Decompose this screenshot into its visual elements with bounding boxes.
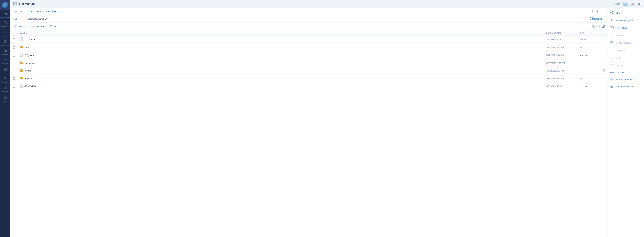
ctx-get-link-label: Get Link [616,71,624,74]
up-one-folder-label: up one folder [34,25,45,28]
sidebar-label-console: CONSOLE [2,63,8,64]
sidebar-label-file-manager: FILE MANAGER [0,17,10,18]
row-modified: 7/19/2021, 4:26 PM [546,77,580,80]
table-row[interactable]: .DS_Store 5/17/2021, 7:14 PM 6.14 KB [10,51,607,59]
toggle-panel-button[interactable] [602,25,604,28]
sidebar-item-account[interactable]: ACCOUNT [0,75,10,85]
row-size: 6.14 KB [580,54,587,56]
row-arrow-icon[interactable] [603,46,604,49]
context-menu-item-new-folder[interactable]: New Folder [608,24,644,32]
console-icon: ↑ [4,58,7,62]
panel-split-button[interactable] [630,2,635,6]
table-row[interactable]: README.txt 2/3/2021, 4:45 PM 2.32 KB [10,82,607,90]
context-menu-item-manage-activation[interactable]: Manage Activation [608,83,644,90]
collection-search-icon[interactable] [590,10,594,13]
svg-point-10 [4,69,5,70]
collection-menu-icon[interactable]: ⋮ [601,9,604,13]
row-select-checkbox[interactable] [13,70,15,72]
row-checkbox[interactable] [13,77,20,80]
svg-rect-20 [632,3,633,5]
svg-point-28 [612,11,614,12]
bookmarks-icon [4,21,7,25]
ctx-hide-hidden-label: Hide Hidden Items [616,78,634,81]
sidebar-item-groups[interactable]: GROUPS [0,48,10,57]
row-checkbox[interactable] [13,54,20,56]
collection-clear-icon[interactable] [596,10,598,13]
row-select-checkbox[interactable] [13,38,15,41]
sidebar-item-help[interactable]: HELP [0,94,10,103]
select-all-label: select all [18,25,26,28]
col-last-modified: LAST MODIFIED [546,32,580,34]
select-all-button[interactable]: select all [13,25,27,29]
logo-icon [2,2,8,8]
sidebar-label-bookmarks: BOOKMARKS [1,26,9,27]
table-row[interactable]: Archive 7/19/2021, 4:26 PM — [10,75,607,82]
file-list: NAME ▾ LAST MODIFIED SIZE ....DS_ [10,31,607,237]
row-checkbox[interactable] [13,85,20,87]
row-checkbox[interactable] [13,38,20,41]
svg-point-11 [6,68,7,69]
row-checkbox[interactable] [13,62,20,64]
table-row[interactable]: Active 7/27/2021, 1:32 PM — [10,67,607,75]
sidebar: FILE MANAGER BOOKMARKS ACTIVITY ENDPOINT… [0,0,10,237]
table-row[interactable]: ....DS_Store 2/4/2021, 9:20 AM 4.09 KB [10,36,607,44]
panel-triple-button[interactable] [637,2,641,6]
bookmark-button[interactable]: Bookmark ▾ [590,17,604,21]
table-row[interactable]: .afm 3/26/2021, 3:25 PM — [10,44,607,51]
row-arrow-icon[interactable] [603,77,604,80]
row-name-cell: Archive [20,76,546,80]
row-select-checkbox[interactable] [13,77,15,80]
context-menu: Share Transfer or Sync to... New Folder … [607,8,644,237]
context-menu-item-hide-hidden[interactable]: Hide Hidden Items [608,76,644,83]
ctx-transfer-sync-icon [610,18,614,22]
context-menu-item-get-link[interactable]: Get Link [608,69,644,76]
row-checkbox[interactable] [13,70,20,72]
context-menu-item-share[interactable]: Share [608,9,644,17]
refresh-list-button[interactable]: refresh list [48,24,64,29]
sidebar-item-console[interactable]: ↑ CONSOLE [0,57,10,66]
fm-header: Collection ⋮ [10,8,607,31]
context-menu-item-open: Open [608,54,644,62]
row-arrow-icon[interactable] [603,62,604,64]
row-modified: 5/17/2021, 7:14 PM [546,54,580,56]
row-file-icon [20,45,23,49]
fm-body: Collection ⋮ [10,8,644,237]
collection-input[interactable] [28,10,588,13]
app-logo[interactable] [0,0,10,10]
endpoints-icon [4,40,7,44]
ctx-rename-label: Rename [616,34,624,37]
sidebar-item-endpoints[interactable]: ENDPOINTS [0,38,10,48]
table-row[interactable]: .snapshots 7/28/2021, 11:19 AM — [10,59,607,67]
row-file-name: .afm [25,46,29,49]
row-modified: 2/4/2021, 9:20 AM [546,38,580,41]
row-select-checkbox[interactable] [13,85,15,87]
svg-point-29 [610,12,612,13]
row-select-checkbox[interactable] [13,62,15,64]
view-button[interactable]: view [592,25,600,28]
row-checkbox[interactable] [13,46,20,49]
sidebar-item-file-manager[interactable]: FILE MANAGER [0,10,10,20]
file-manager-icon [4,12,7,16]
sidebar-item-logout[interactable]: LOGOUT [0,85,10,94]
row-arrow-icon[interactable] [603,69,604,72]
col-name[interactable]: NAME ▾ [20,32,546,34]
row-select-checkbox[interactable] [13,54,15,56]
ctx-manage-activation-label: Manage Activation [616,85,634,88]
svg-point-24 [591,10,593,12]
up-one-folder-button[interactable]: up one folder [28,24,46,29]
panel-single-button[interactable] [623,2,628,6]
collection-row: Collection ⋮ [10,8,607,15]
bookmark-icon [590,17,592,21]
select-all-checkbox[interactable] [14,25,17,28]
row-select-checkbox[interactable] [13,46,15,49]
context-menu-item-transfer-sync[interactable]: Transfer or Sync to... [608,17,644,24]
row-size: 4.09 KB [580,38,587,41]
sidebar-item-activity[interactable]: ACTIVITY [0,29,10,38]
svg-point-6 [6,50,6,51]
sidebar-item-flows[interactable]: FLOWS [0,66,10,75]
context-menu-item-delete-selected: Delete Selected [608,39,644,47]
ctx-rename-icon [610,33,614,37]
sidebar-item-bookmarks[interactable]: BOOKMARKS [0,20,10,29]
path-input[interactable] [28,18,588,20]
ctx-share-label: Share [616,12,622,14]
